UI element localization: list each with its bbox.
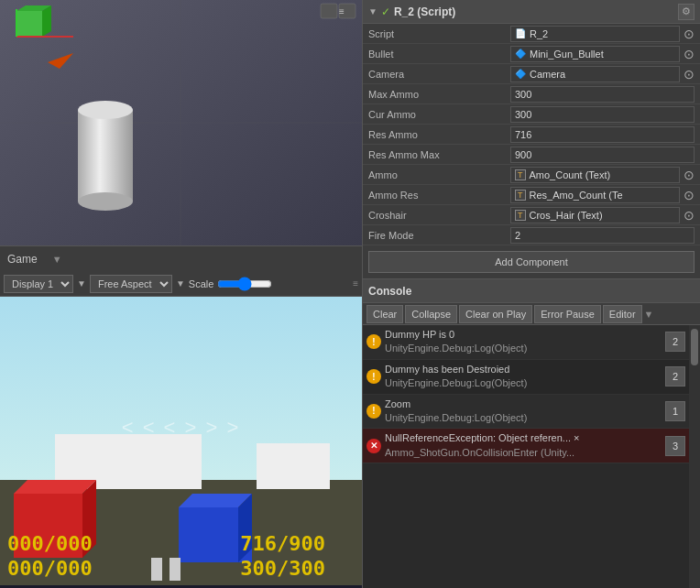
console-message-1[interactable]: ! Dummy HP is 0 UnityEngine.Debug:Log(Ob…: [363, 325, 689, 360]
msg-line1-1: Dummy HP is 0: [385, 328, 662, 342]
scale-label: Scale: [189, 278, 214, 289]
inspector-row-resammo: Res Ammo 716: [363, 125, 700, 145]
inspector-row-resammomax: Res Ammo Max 900: [363, 145, 700, 165]
console-toolbar: Clear Collapse Clear on Play Error Pause…: [363, 303, 700, 325]
ammores-obj-icon: T: [515, 190, 526, 201]
bullet-settings-icon[interactable]: ⊙: [684, 47, 695, 61]
value-curammo[interactable]: 300: [510, 106, 695, 123]
console-collapse-button[interactable]: Collapse: [405, 305, 457, 323]
msg-text-2: Dummy has been Destroied UnityEngine.Deb…: [385, 363, 662, 391]
aspect-dropdown[interactable]: Free Aspect: [90, 275, 172, 293]
console-clear-on-play-button[interactable]: Clear on Play: [459, 305, 532, 323]
resammo-value-text: 716: [515, 129, 531, 140]
inspector-row-croshair: Croshair T Cros_Hair (Text) ⊙: [363, 205, 700, 225]
msg-text-1: Dummy HP is 0 UnityEngine.Debug:Log(Obje…: [385, 328, 662, 356]
croshair-settings-icon[interactable]: ⊙: [684, 208, 695, 223]
hud-line2: 000/000: [7, 557, 93, 581]
bullet-value-text: Mini_Gun_Bullet: [530, 49, 604, 60]
svg-rect-9: [78, 110, 133, 201]
scrollbar-thumb[interactable]: [691, 329, 698, 365]
script-settings-icon[interactable]: ⊙: [684, 27, 695, 41]
ammo-obj-icon: T: [515, 169, 526, 180]
label-script: Script: [368, 28, 510, 39]
maxammo-value-text: 300: [515, 89, 531, 100]
inspector-row-ammores: Ammo Res T Res_Amo_Count (Te ⊙: [363, 185, 700, 205]
inspector-title: R_2 (Script): [394, 5, 455, 18]
camera-settings-icon[interactable]: ⊙: [684, 67, 695, 82]
label-ammo: Ammo: [368, 169, 510, 180]
bullet-icon: 🔷: [515, 49, 526, 59]
label-resammomax: Res Ammo Max: [368, 149, 510, 160]
ammo-settings-icon[interactable]: ⊙: [684, 168, 695, 182]
value-ammores[interactable]: T Res_Amo_Count (Te: [510, 187, 680, 203]
value-ammo[interactable]: T Amo_Count (Text): [510, 167, 680, 183]
hud-ammo1: 716/900: [240, 532, 325, 556]
inspector-icons: ⚙: [678, 4, 695, 20]
inspector-row-curammo: Cur Ammo 300: [363, 104, 700, 125]
svg-rect-3: [16, 11, 42, 37]
camera-icon: 🔷: [515, 69, 526, 79]
svg-point-10: [78, 101, 133, 119]
scale-slider[interactable]: [217, 278, 272, 290]
svg-text:≡: ≡: [339, 6, 345, 16]
display-dropdown[interactable]: Display 1: [4, 275, 73, 293]
console-messages: ! Dummy HP is 0 UnityEngine.Debug:Log(Ob…: [363, 325, 689, 588]
msg-line2-1: UnityEngine.Debug:Log(Object): [385, 342, 662, 355]
msg-line2-4: Ammo_ShotGun.OnCollisionEnter (Unity...: [385, 446, 662, 460]
game-arrows: < < < > > >: [122, 416, 241, 440]
croshair-value-text: Cros_Hair (Text): [530, 210, 603, 221]
msg-count-2: 2: [665, 366, 685, 387]
label-curammo: Cur Ammo: [368, 109, 510, 120]
label-resammo: Res Ammo: [368, 129, 510, 140]
inspector-row-maxammo: Max Ammo 300: [363, 84, 700, 104]
svg-rect-18: [257, 443, 330, 489]
msg-line1-2: Dummy has been Destroied: [385, 363, 662, 376]
console-message-3[interactable]: ! Zoom UnityEngine.Debug:Log(Object) 1: [363, 395, 689, 430]
console-error-pause-button[interactable]: Error Pause: [534, 305, 601, 323]
inspector-header: ▼ ✓ R_2 (Script) ⚙: [363, 0, 700, 24]
scene-canvas: ≡: [0, 0, 362, 245]
inspector-row-camera: Camera 🔷 Camera ⊙: [363, 64, 700, 84]
inspector-row-bullet: Bullet 🔷 Mini_Gun_Bullet ⊙: [363, 44, 700, 64]
value-bullet[interactable]: 🔷 Mini_Gun_Bullet: [510, 46, 680, 62]
inspector-settings-icon[interactable]: ⚙: [678, 4, 695, 20]
console-title: Console: [368, 285, 411, 298]
hud-ammo2: 300/300: [240, 557, 325, 581]
value-camera[interactable]: 🔷 Camera: [510, 66, 680, 82]
ammores-settings-icon[interactable]: ⊙: [684, 188, 695, 202]
label-bullet: Bullet: [368, 49, 510, 60]
warn-icon-1: !: [366, 334, 381, 349]
camera-value-text: Camera: [530, 69, 565, 80]
console-scrollbar[interactable]: [689, 325, 700, 588]
console-message-2[interactable]: ! Dummy has been Destroied UnityEngine.D…: [363, 360, 689, 395]
console-message-4[interactable]: ✕ NullReferenceException: Object referen…: [363, 429, 689, 463]
inspector-enabled-checkbox[interactable]: ✓: [381, 5, 390, 18]
value-script[interactable]: 📄 R_2: [510, 26, 680, 42]
value-resammomax[interactable]: 900: [510, 147, 695, 163]
label-camera: Camera: [368, 69, 510, 80]
console-header: Console: [363, 279, 700, 303]
console-editor-button[interactable]: Editor: [603, 305, 642, 323]
msg-count-1: 2: [665, 332, 685, 352]
msg-count-4: 3: [665, 436, 685, 456]
ammo-value-text: Amo_Count (Text): [530, 169, 611, 180]
add-component-button[interactable]: Add Component: [368, 251, 695, 273]
console: Console Clear Collapse Clear on Play Err…: [363, 278, 700, 588]
right-panel: ▼ ✓ R_2 (Script) ⚙ Script 📄 R_2 ⊙ Bullet: [362, 0, 700, 588]
svg-rect-12: [321, 4, 337, 18]
inspector-row-firemode: Fire Mode 2: [363, 225, 700, 245]
game-menu-icon[interactable]: ≡: [353, 278, 358, 289]
console-dropdown-icon[interactable]: ▼: [644, 309, 654, 320]
inspector: ▼ ✓ R_2 (Script) ⚙ Script 📄 R_2 ⊙ Bullet: [363, 0, 700, 278]
curammo-value-text: 300: [515, 109, 531, 120]
error-icon-4: ✕: [366, 439, 381, 453]
value-maxammo[interactable]: 300: [510, 86, 695, 103]
firemode-value-text: 2: [515, 230, 520, 241]
value-resammo[interactable]: 716: [510, 126, 695, 143]
console-clear-button[interactable]: Clear: [366, 305, 403, 323]
label-maxammo: Max Ammo: [368, 89, 510, 100]
inspector-fold-icon[interactable]: ▼: [368, 6, 377, 16]
value-croshair[interactable]: T Cros_Hair (Text): [510, 207, 680, 223]
value-firemode[interactable]: 2: [510, 227, 695, 244]
game-canvas: < < < > > > 000/000 000/000 716/900 300/…: [0, 297, 362, 588]
